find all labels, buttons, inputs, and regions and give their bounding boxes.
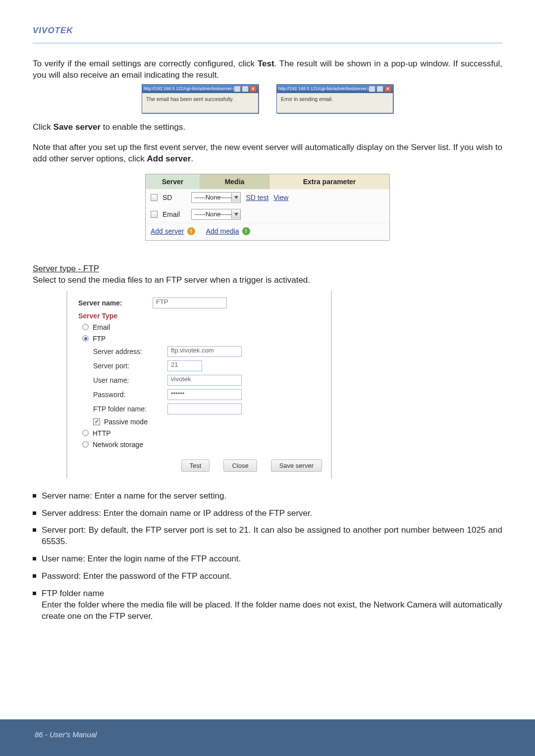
radio-http[interactable] <box>82 430 89 436</box>
server-name-label: Server name: <box>78 299 153 307</box>
click-save-a: Click <box>33 122 54 132</box>
bullet-server-port: Server port: By default, the FTP server … <box>33 525 502 548</box>
save-server-button[interactable]: Save server <box>271 459 322 472</box>
bullet-password: Password: Enter the password of the FTP … <box>33 571 502 582</box>
bullet-ftp-folder-head: FTP folder name <box>42 589 104 598</box>
click-save-b: Save server <box>54 122 101 132</box>
server-table-header: Server Media Extra parameter <box>146 174 389 189</box>
col-server: Server <box>146 174 200 189</box>
radio-ftp[interactable] <box>82 335 89 342</box>
intro-paragraph: To verify if the email settings are corr… <box>33 58 502 81</box>
form-button-bar: Test Close Save server <box>78 459 322 472</box>
server-table-footer: Add server ! Add media ! <box>146 223 389 240</box>
radio-network-storage-label: Network storage <box>93 441 143 449</box>
maximize-icon[interactable]: □ <box>242 86 249 92</box>
chevron-down-icon <box>231 210 240 219</box>
footer-text: 86 - User's Manual <box>35 730 97 739</box>
server-port-label: Server port: <box>93 362 167 370</box>
password-input[interactable]: •••••• <box>167 389 242 400</box>
table-row-sd: SD -----None----- SD test View <box>146 189 389 206</box>
popup-error-body: Error in sending email. <box>277 93 393 113</box>
bullet-ftp-folder-body: Enter the folder where the media file wi… <box>42 600 502 622</box>
note-a: Note that after you set up the first eve… <box>33 143 502 163</box>
user-name-label: User name: <box>93 376 167 384</box>
bullet-server-address: Server address: Enter the domain name or… <box>33 508 502 519</box>
close-icon[interactable]: × <box>384 86 391 92</box>
password-label: Password: <box>93 391 167 399</box>
ftp-folder-label: FTP folder name: <box>93 405 167 413</box>
add-server-icon: ! <box>187 227 195 235</box>
popup-row: http://192.168.5.121/cgi-bin/admin/tests… <box>33 84 502 113</box>
popup-error-window: http://192.168.5.121/cgi-bin/admin/tests… <box>276 84 393 113</box>
sd-label: SD <box>162 194 186 202</box>
popup-success-window: http://192.168.5.121/cgi-bin/admin/tests… <box>142 84 259 113</box>
minimize-icon[interactable]: _ <box>369 86 375 92</box>
table-row-email: Email -----None----- <box>146 206 389 223</box>
popup-success-titlebar: http://192.168.5.121/cgi-bin/admin/tests… <box>142 85 258 93</box>
server-table: Server Media Extra parameter SD -----Non… <box>145 174 390 241</box>
chevron-down-icon <box>231 193 240 202</box>
ftp-form-panel: Server name: FTP Server Type Email FTP S… <box>66 291 332 479</box>
email-checkbox[interactable] <box>151 211 158 218</box>
close-icon[interactable]: × <box>250 86 257 92</box>
server-address-input[interactable]: ftp.vivotek.com <box>167 346 242 357</box>
bullet-server-name: Server name: Enter a name for the server… <box>33 491 502 502</box>
popup-error-titlebar: http://192.168.5.121/cgi-bin/admin/tests… <box>277 85 393 93</box>
radio-network-storage[interactable] <box>82 441 89 448</box>
ftp-folder-input[interactable] <box>167 403 242 414</box>
note-line: Note that after you set up the first eve… <box>33 142 502 165</box>
email-media-select[interactable]: -----None----- <box>191 209 241 220</box>
server-name-input[interactable]: FTP <box>153 298 227 308</box>
click-save-line: Click Save server to enable the settings… <box>33 122 502 133</box>
sd-checkbox[interactable] <box>151 194 158 201</box>
intro-test-word: Test <box>258 59 274 68</box>
add-media-link[interactable]: Add media <box>206 227 239 235</box>
header-rule <box>33 43 502 44</box>
test-button[interactable]: Test <box>181 459 210 472</box>
server-type-heading: Server Type <box>78 312 117 320</box>
passive-mode-label: Passive mode <box>104 418 148 426</box>
server-address-label: Server address: <box>93 348 167 355</box>
user-name-input[interactable]: vivotek <box>167 375 242 386</box>
close-button[interactable]: Close <box>223 459 257 472</box>
radio-email[interactable] <box>82 324 89 330</box>
email-media-select-value: -----None----- <box>195 210 231 218</box>
sd-view-link[interactable]: View <box>273 194 288 202</box>
note-b: Add server <box>147 154 191 163</box>
popup-success-title: http://192.168.5.121/cgi-bin/admin/tests… <box>144 86 234 91</box>
radio-http-label: HTTP <box>93 429 111 437</box>
bullet-ftp-folder: FTP folder name Enter the folder where t… <box>33 588 502 622</box>
section-heading: Server type - FTP <box>33 263 502 275</box>
popup-success-body: The email has been sent successfully. <box>142 93 258 113</box>
server-port-input[interactable]: 21 <box>167 360 202 371</box>
brand-label: VIVOTEK <box>33 26 502 36</box>
sd-media-select-value: -----None----- <box>195 194 231 201</box>
radio-ftp-label: FTP <box>93 335 106 343</box>
maximize-icon[interactable]: □ <box>376 86 383 92</box>
radio-email-label: Email <box>93 323 110 331</box>
sd-test-link[interactable]: SD test <box>246 194 268 202</box>
email-label: Email <box>162 210 186 218</box>
section-sub: Select to send the media files to an FTP… <box>33 275 502 286</box>
minimize-icon[interactable]: _ <box>234 86 241 92</box>
add-media-icon: ! <box>242 227 250 235</box>
page-footer: 86 - User's Manual <box>0 719 535 756</box>
col-media: Media <box>200 174 269 189</box>
bullet-list: Server name: Enter a name for the server… <box>33 491 502 622</box>
add-server-link[interactable]: Add server <box>151 227 184 235</box>
col-extra: Extra parameter <box>269 174 389 189</box>
sd-media-select[interactable]: -----None----- <box>191 192 241 203</box>
click-save-c: to enable the settings. <box>101 122 185 132</box>
intro-text-a: To verify if the email settings are corr… <box>33 59 258 68</box>
passive-mode-checkbox[interactable]: ✓ <box>93 418 100 425</box>
popup-error-title: http://192.168.5.121/cgi-bin/admin/tests… <box>278 86 369 91</box>
bullet-user-name: User name: Enter the login name of the F… <box>33 554 502 565</box>
note-c: . <box>191 154 193 163</box>
